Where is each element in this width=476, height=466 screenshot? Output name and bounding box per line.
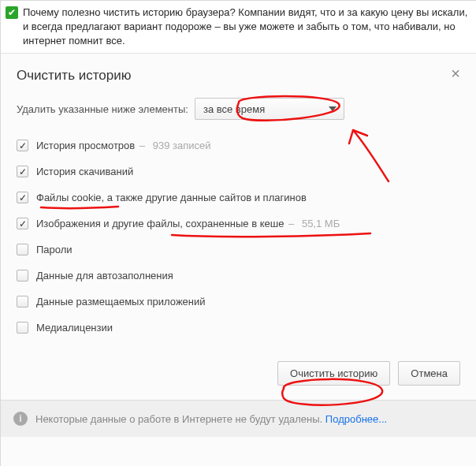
delete-row: Удалить указанные ниже элементы: за все … [17, 98, 460, 120]
time-range-value: за все время [203, 103, 265, 115]
footer-text: Некоторые данные о работе в Интернете не… [35, 413, 322, 425]
cancel-button[interactable]: Отмена [398, 361, 460, 386]
checkbox[interactable] [17, 218, 28, 229]
option-label: Пароли [36, 244, 73, 255]
checkbox[interactable] [17, 166, 28, 177]
option-label: Медиалицензии [36, 322, 113, 334]
chevron-down-icon [329, 106, 337, 111]
option-download-history: История скачиваний [17, 158, 460, 185]
option-label: Данные размещаемых приложений [36, 296, 206, 308]
option-hint: 939 записей [153, 140, 211, 151]
option-media-licenses: Медиалицензии [17, 315, 460, 341]
option-passwords: Пароли [17, 237, 460, 263]
checkbox[interactable] [17, 140, 28, 151]
option-label: Изображения и другие файлы, сохраненные … [36, 218, 284, 229]
checkbox[interactable] [17, 244, 28, 255]
time-range-select[interactable]: за все время [195, 98, 344, 120]
delete-label: Удалить указанные ниже элементы: [17, 103, 188, 115]
checkbox[interactable] [17, 322, 28, 334]
checkbox[interactable] [17, 192, 28, 203]
clear-button[interactable]: Очистить историю [277, 361, 390, 386]
footer-link[interactable]: Подробнее... [325, 413, 387, 425]
option-label: Данные для автозаполнения [36, 270, 173, 281]
context-note-text: Почему полезно чистить историю браузера?… [23, 6, 470, 48]
clear-history-dialog: × Очистить историю Удалить указанные ниж… [1, 54, 476, 400]
dialog-title: Очистить историю [17, 68, 460, 84]
option-hint: 55,1 МБ [302, 218, 340, 229]
option-label: Файлы cookie, а также другие данные сайт… [36, 192, 307, 203]
checkbox[interactable] [17, 270, 28, 281]
option-cached-images: Изображения и другие файлы, сохраненные … [17, 211, 460, 237]
checkbox[interactable] [17, 296, 28, 308]
check-badge-icon: ✔ [6, 6, 18, 19]
option-label: История просмотров [36, 140, 135, 151]
option-label: История скачиваний [36, 166, 133, 177]
option-browsing-history: История просмотров – 939 записей [17, 132, 460, 158]
option-cookies: Файлы cookie, а также другие данные сайт… [17, 185, 460, 211]
option-hosted-apps: Данные размещаемых приложений [17, 289, 460, 315]
option-autofill: Данные для автозаполнения [17, 263, 460, 289]
button-row: Очистить историю Отмена [17, 341, 460, 400]
info-icon: i [13, 412, 28, 426]
options-list: История просмотров – 939 записей История… [17, 132, 460, 341]
close-icon[interactable]: × [451, 65, 460, 83]
dialog-footer: i Некоторые данные о работе в Интернете … [1, 400, 476, 437]
context-note: ✔ Почему полезно чистить историю браузер… [1, 1, 476, 54]
